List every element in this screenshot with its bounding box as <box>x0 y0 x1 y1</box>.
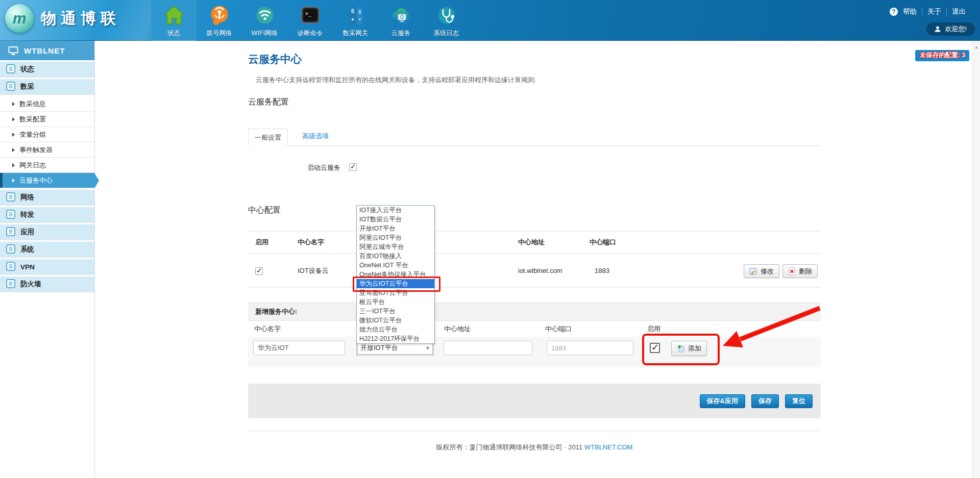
add-enable-checkbox[interactable] <box>650 343 660 353</box>
save-button[interactable]: 保存 <box>751 394 779 408</box>
delete-button[interactable]: 删除 <box>782 264 818 278</box>
list-icon <box>6 279 15 290</box>
list-icon <box>6 227 15 238</box>
list-icon <box>6 262 15 272</box>
sidebar-item-label: 事件触发器 <box>19 145 53 155</box>
nav-label: 状态 <box>167 29 180 38</box>
dropdown-option[interactable]: 根云平台 <box>357 297 434 307</box>
form-name-label: 中心名字 <box>254 324 281 334</box>
add-service-title: 新增服务中心: <box>255 308 297 315</box>
scrollbar[interactable]: ▲ <box>972 41 980 478</box>
nav-item-system-log[interactable]: 系统日志 <box>424 0 469 41</box>
dropdown-option[interactable]: 阿里云城市平台 <box>357 242 434 251</box>
sidebar-item-事件触发器[interactable]: 事件触发器 <box>0 142 94 158</box>
nav-item-cloud-service[interactable]: 云服务 <box>378 0 424 41</box>
list-icon <box>6 210 15 220</box>
nav-label: 数采网关 <box>343 29 369 38</box>
tab-general-settings[interactable]: 一般设置 <box>248 129 288 146</box>
nav-item-home[interactable]: 状态 <box>151 0 197 41</box>
table-header: 启用 中心名字 中心地址 中心端口 <box>248 231 821 254</box>
center-name-input[interactable] <box>253 341 345 355</box>
triangle-bullet-icon <box>12 179 15 183</box>
nav-label: 拨号网络 <box>207 29 232 38</box>
topbar: m 物通博联 状态拨号网络WIFI网络>_诊断命令数采网关云服务系统日志 ? 帮… <box>0 0 980 41</box>
nav-item-gateway[interactable]: 数采网关 <box>333 0 378 41</box>
about-link[interactable]: 关于 <box>927 7 941 16</box>
sidebar-item-数采信息[interactable]: 数采信息 <box>0 96 94 112</box>
unsaved-config-badge[interactable]: 未保存的配置: 3 <box>915 50 969 61</box>
dropdown-option[interactable]: 亚马逊IOT云平台 <box>357 288 434 297</box>
reset-button[interactable]: 复位 <box>785 394 813 408</box>
main-content: 未保存的配置: 3 云服务中心 云服务中心支持远程管理和监控所有的在线网关和设备… <box>95 41 972 478</box>
help-link[interactable]: 帮助 <box>903 7 917 16</box>
dropdown-option[interactable]: 华为云IOT云平台 <box>357 279 434 288</box>
sidebar-item-应用[interactable]: 应用 <box>0 224 94 240</box>
logout-link[interactable]: 退出 <box>952 7 966 16</box>
dropdown-option[interactable]: 德力信云平台 <box>357 325 434 334</box>
list-icon <box>6 192 15 203</box>
sidebar-item-转发[interactable]: 转发 <box>0 207 94 223</box>
sidebar-item-数采配置[interactable]: 数采配置 <box>0 112 94 127</box>
dropdown-option[interactable]: 微软IOT云平台 <box>357 316 434 325</box>
list-icon <box>6 244 15 255</box>
dropdown-option[interactable]: 三一IOT平台 <box>357 307 434 316</box>
page-description: 云服务中心支持远程管理和监控所有的在线网关和设备，支持远程部署应用程序和边缘计算… <box>256 76 536 85</box>
edit-button[interactable]: 修改 <box>744 264 779 278</box>
save-apply-button[interactable]: 保存&应用 <box>700 394 745 408</box>
dropdown-option[interactable]: OneNet IOT 平台 <box>357 261 434 270</box>
help-icon: ? <box>890 8 898 16</box>
enable-cloud-label: 启动云服务 <box>307 163 340 172</box>
form-address-label: 中心地址 <box>444 324 471 334</box>
nav-label: WIFI网络 <box>252 29 278 38</box>
sidebar-item-网络[interactable]: 网络 <box>0 190 94 206</box>
copyright-text: 版权所有：厦门物通博联网络科技有限公司 · 2011 <box>436 443 583 451</box>
sidebar-item-VPN[interactable]: VPN <box>0 259 94 275</box>
dropdown-option[interactable]: IOT数据云平台 <box>357 215 434 224</box>
center-address-input[interactable] <box>444 341 532 355</box>
dropdown-option[interactable]: OneNet多协议接入平台 <box>357 270 434 279</box>
nav-item-terminal[interactable]: >_诊断命令 <box>287 0 333 41</box>
center-config-title: 中心配置 <box>248 205 281 216</box>
sidebar-item-label: VPN <box>20 263 35 271</box>
dropdown-option[interactable]: 百度IOT物接入 <box>357 251 434 261</box>
sidebar-item-label: 数采信息 <box>19 99 46 109</box>
cloud-config-section-title: 云服务配置 <box>248 97 289 108</box>
sidebar-item-label: 网关日志 <box>19 161 46 170</box>
enable-cloud-checkbox[interactable] <box>349 163 357 171</box>
welcome-pill[interactable]: 欢迎您! <box>926 22 975 36</box>
sidebar-item-数采[interactable]: 数采 <box>0 79 94 95</box>
scroll-up-arrow[interactable]: ▲ <box>974 45 979 49</box>
sidebar-item-防火墙[interactable]: 防火墙 <box>0 276 94 292</box>
sidebar-item-系统[interactable]: 系统 <box>0 242 94 258</box>
add-label: 添加 <box>688 344 701 353</box>
center-port-input[interactable] <box>547 341 633 355</box>
nav-item-dial-network[interactable]: 拨号网络 <box>197 0 242 41</box>
top-links: ? 帮助 关于 退出 <box>890 7 966 16</box>
sidebar-item-网关日志[interactable]: 网关日志 <box>0 158 94 173</box>
dropdown-option[interactable]: 开放IOT平台 <box>357 224 434 233</box>
dropdown-option[interactable]: IOT接入云平台 <box>357 206 434 215</box>
dropdown-option[interactable]: 阿里云IOT平台 <box>357 233 434 242</box>
row-enable-checkbox[interactable] <box>255 267 263 275</box>
nav-label: 云服务 <box>391 29 411 38</box>
sidebar-item-label: 系统 <box>20 245 34 254</box>
add-icon <box>677 344 685 353</box>
top-nav: 状态拨号网络WIFI网络>_诊断命令数采网关云服务系统日志 <box>151 0 469 41</box>
sidebar-item-状态[interactable]: 状态 <box>0 62 94 78</box>
dropdown-option[interactable]: HJ212-2017环保平台 <box>357 334 434 343</box>
footer: 版权所有：厦门物通博联网络科技有限公司 · 2011 WTBLNET.COM <box>248 443 821 452</box>
tab-advanced-options[interactable]: 高级选项 <box>298 132 333 145</box>
footer-link[interactable]: WTBLNET.COM <box>584 443 633 451</box>
header-enable: 启用 <box>255 232 268 253</box>
sidebar: WTBLNET 状态数采数采信息数采配置变量分组事件触发器网关日志云服务中心网络… <box>0 41 95 478</box>
sidebar-item-云服务中心[interactable]: 云服务中心 <box>0 173 94 188</box>
delete-label: 删除 <box>799 267 812 276</box>
brand: m 物通博联 <box>5 4 120 33</box>
edit-icon <box>749 267 757 275</box>
header-name: 中心名字 <box>298 232 324 253</box>
add-button[interactable]: 添加 <box>671 341 707 356</box>
nav-item-wifi[interactable]: WIFI网络 <box>242 0 287 41</box>
header-address: 中心地址 <box>518 232 545 253</box>
sidebar-item-变量分组[interactable]: 变量分组 <box>0 127 94 142</box>
gateway-icon <box>344 4 368 27</box>
